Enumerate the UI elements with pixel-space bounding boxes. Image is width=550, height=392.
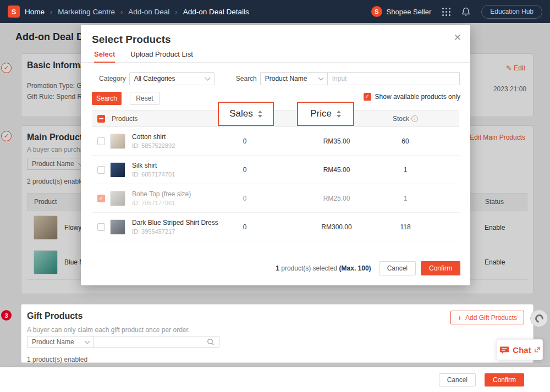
floating-assistant-button[interactable] [530,310,548,327]
gift-products-card: Gift Products Add Gift Products A buyer … [21,304,534,363]
info-icon[interactable] [411,115,418,122]
confirm-button[interactable]: Confirm [485,373,524,387]
chat-button[interactable]: Chat [497,339,543,360]
category-select[interactable]: All Categories [129,72,215,85]
select-products-modal: Select Products Select Upload Product Li… [81,25,470,285]
selected-label: product(s) selected [279,264,339,272]
gift-products-title: Gift Products [27,311,82,321]
table-row: Dark Blue Striped Shirt Dress ID: 395545… [92,213,459,241]
chat-bubble-icon [499,345,509,355]
available-only-label: Show available products only [375,93,460,101]
plus-icon [458,313,462,322]
modal-title: Select Products [92,34,171,46]
chat-label: Chat [513,345,531,355]
gift-search-input[interactable] [98,338,207,346]
product-name: Cotton shirt [132,133,175,141]
table-row: Silk shirt ID: 6057174701 0 RM45.00 1 [92,156,459,184]
top-navigation-bar: S Home Marketing Centre Add-on Deal Add-… [0,0,550,23]
breadcrumb-separator [50,8,52,16]
stock-value: 60 [383,137,427,145]
sales-value: 0 [223,223,267,231]
search-type-select[interactable]: Product Name [260,72,328,85]
gift-filter-select[interactable]: Product Name [27,336,94,348]
breadcrumb-separator [175,8,177,16]
sales-value: 0 [223,166,267,174]
close-icon[interactable] [454,32,461,43]
add-gift-products-label: Add Gift Products [465,314,517,322]
ring-icon [534,313,545,324]
modal-filter-row: Category All Categories Search Product N… [99,72,460,85]
product-thumbnail [110,191,125,206]
education-hub-button[interactable]: Education Hub [481,5,542,19]
selected-max: (Max. 100) [339,264,371,272]
product-thumbnail [110,162,125,178]
row-checkbox[interactable] [97,223,105,231]
add-gift-products-button[interactable]: Add Gift Products [450,311,524,324]
product-name: Bohe Top (free size) [132,190,191,198]
select-all-checkbox[interactable] [97,115,105,123]
modal-confirm-button[interactable]: Confirm [421,261,460,275]
search-input[interactable] [328,72,460,85]
stock-value: 1 [383,166,427,174]
category-label: Category [99,75,126,82]
chevron-down-icon [85,338,90,344]
popout-icon [535,347,540,352]
sales-sort-header[interactable]: Sales [218,102,274,126]
product-thumbnail [110,134,125,149]
gift-products-filter: Product Name [27,336,219,348]
filter-select-value: Product Name [32,338,74,346]
row-checkbox[interactable] [97,166,105,174]
search-icon [207,338,215,346]
apps-grid-icon[interactable] [442,8,450,16]
seller-account-menu[interactable]: S Shopee Seller [371,6,432,17]
price-value: RM45.00 [312,166,361,174]
price-sort-header[interactable]: Price [297,102,354,126]
reset-button[interactable]: Reset [130,92,160,105]
sales-value: 0 [223,195,267,202]
tab-select[interactable]: Select [94,50,115,63]
avatar: S [371,6,382,17]
table-row: Cotton shirt ID: 5857522892 0 RM35.00 60 [92,127,459,156]
shopee-logo-icon[interactable]: S [8,5,20,18]
product-name: Dark Blue Striped Shirt Dress [132,219,218,227]
breadcrumb-marketing-centre[interactable]: Marketing Centre [58,8,115,16]
modal-cancel-button[interactable]: Cancel [379,261,416,275]
cancel-button[interactable]: Cancel [439,373,476,387]
stock-value: 1 [383,195,427,202]
notifications-bell-icon[interactable] [461,7,470,16]
price-value: RM25.00 [312,195,361,202]
row-checkbox[interactable] [97,137,105,145]
search-type-value: Product Name [265,75,307,82]
product-name: Silk shirt [132,162,175,169]
breadcrumb-add-on-deal[interactable]: Add-on Deal [128,8,169,16]
modal-footer: 1 product(s) selected (Max. 100) Cancel … [276,261,460,275]
seller-name: Shopee Seller [387,8,432,16]
selected-count: 1 [276,264,279,272]
tab-upload-product-list[interactable]: Upload Product List [130,50,193,63]
chevron-down-icon [205,75,210,80]
stock-label: Stock [393,115,409,123]
stock-value: 118 [383,223,427,231]
sort-icon [337,111,341,118]
price-value: RM35.00 [312,137,361,145]
product-thumbnail [110,219,125,235]
gift-products-description: A buyer can only claim each gift product… [27,326,190,334]
product-id: ID: 5857522892 [132,142,175,149]
price-header-label: Price [310,108,332,119]
search-button[interactable]: Search [92,92,122,105]
search-label: Search [236,75,257,82]
breadcrumb-home[interactable]: Home [25,8,45,16]
products-table-header: Products Stock [92,110,459,127]
sales-header-label: Sales [229,108,253,119]
sort-icon [258,111,262,118]
breadcrumb-current-page: Add-on Deal Details [183,8,249,16]
table-row: Bohe Top (free size) ID: 7057177961 0 RM… [92,184,459,213]
column-stock: Stock [383,115,427,123]
page-action-bar: Cancel Confirm [0,367,550,392]
row-checkbox[interactable] [97,195,105,202]
checkbox-checked[interactable] [364,93,371,101]
sales-value: 0 [223,137,267,145]
gift-search-box [94,336,219,348]
available-only-toggle[interactable]: Show available products only [364,93,460,101]
price-value: RM300.00 [312,223,361,231]
